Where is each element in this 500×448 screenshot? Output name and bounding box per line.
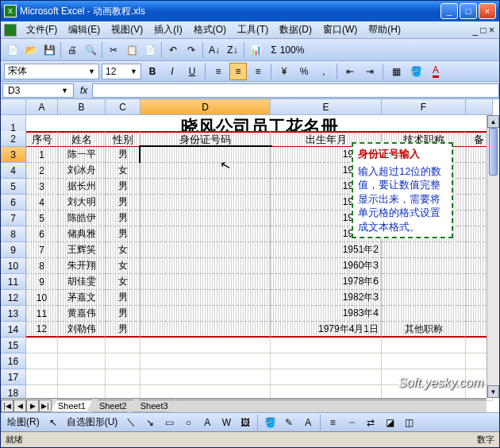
- maximize-button[interactable]: □: [460, 3, 477, 19]
- cell-name[interactable]: 刘勒伟: [58, 322, 106, 338]
- empty-cell[interactable]: [58, 353, 106, 369]
- cell-id[interactable]: [140, 242, 271, 258]
- menu-tools[interactable]: 工具(T): [233, 21, 273, 38]
- empty-cell[interactable]: [140, 338, 271, 353]
- minimize-button[interactable]: _: [440, 3, 458, 19]
- col-header-F[interactable]: F: [382, 99, 466, 115]
- fill-button[interactable]: 🪣: [261, 414, 279, 431]
- rectangle-button[interactable]: ▭: [160, 414, 178, 431]
- cell-name[interactable]: 朱开翔: [58, 258, 106, 274]
- cell-sex[interactable]: 男: [106, 179, 140, 195]
- hdr-sex[interactable]: 性别: [106, 131, 140, 147]
- cell-sex[interactable]: 男: [106, 306, 140, 322]
- row-header[interactable]: 13: [1, 306, 26, 322]
- cell-no[interactable]: 10: [26, 290, 58, 306]
- arrow-button[interactable]: ↘: [141, 414, 159, 431]
- cell-name[interactable]: 王辉笑: [58, 242, 106, 258]
- hdr-id[interactable]: 身份证号码: [140, 131, 271, 147]
- scroll-up-button[interactable]: ▲: [487, 115, 499, 128]
- arrow-style-button[interactable]: ⇄: [362, 414, 379, 431]
- empty-cell[interactable]: [382, 353, 466, 369]
- dash-style-button[interactable]: ┈: [343, 414, 360, 431]
- cell-title[interactable]: [382, 242, 466, 258]
- autoshapes-menu[interactable]: 自选图形(U): [63, 414, 121, 431]
- empty-cell[interactable]: [26, 369, 58, 385]
- sheet-tab-2[interactable]: Sheet2: [92, 400, 134, 412]
- col-header-more[interactable]: [466, 99, 493, 115]
- font-color-button[interactable]: A: [427, 63, 444, 80]
- cell-dob[interactable]: 1983年4: [271, 306, 382, 322]
- cell-dob[interactable]: 1978年6: [271, 274, 382, 290]
- open-button[interactable]: 📂: [22, 41, 40, 59]
- empty-cell[interactable]: [26, 338, 58, 353]
- paste-button[interactable]: 📄: [141, 41, 159, 59]
- save-button[interactable]: 💾: [40, 41, 58, 59]
- menu-close-doc[interactable]: _ □ ×: [471, 25, 496, 36]
- cell-sex[interactable]: 男: [106, 322, 140, 338]
- cell-dob[interactable]: 1979年4月1日: [271, 322, 382, 338]
- row-header[interactable]: 16: [1, 353, 26, 369]
- empty-cell[interactable]: [58, 338, 106, 353]
- menu-view[interactable]: 视图(V): [106, 21, 148, 38]
- row-header[interactable]: 5: [1, 179, 26, 195]
- cell-sex[interactable]: 女: [106, 163, 140, 179]
- row-header[interactable]: 7: [1, 210, 26, 226]
- empty-cell[interactable]: [106, 338, 140, 353]
- font-color-button-2[interactable]: A: [299, 414, 317, 431]
- cell-no[interactable]: 4: [26, 195, 58, 210]
- cell-dob[interactable]: 1960年3: [271, 258, 382, 274]
- tab-nav-last[interactable]: ▶|: [39, 400, 52, 412]
- sort-desc-button[interactable]: Z↓: [224, 41, 241, 59]
- preview-button[interactable]: 🔍: [82, 41, 99, 59]
- cell-id[interactable]: [140, 226, 271, 242]
- col-header-B[interactable]: B: [58, 99, 106, 115]
- hdr-name[interactable]: 姓名: [58, 131, 106, 147]
- indent-inc-button[interactable]: ⇥: [361, 63, 379, 80]
- cell-no[interactable]: 6: [26, 226, 58, 242]
- empty-cell[interactable]: [271, 338, 382, 353]
- cell-sex[interactable]: 男: [106, 147, 140, 163]
- underline-button[interactable]: U: [183, 63, 201, 80]
- row-header[interactable]: 4: [1, 163, 26, 179]
- empty-cell[interactable]: [140, 353, 271, 369]
- currency-button[interactable]: ¥: [275, 63, 293, 80]
- row-header[interactable]: 2: [1, 131, 26, 147]
- empty-cell[interactable]: [382, 338, 466, 353]
- comma-button[interactable]: ,: [315, 63, 333, 80]
- bold-button[interactable]: B: [144, 63, 161, 80]
- line-button[interactable]: ＼: [122, 414, 140, 431]
- font-size-combo[interactable]: 12 ▼: [102, 64, 141, 79]
- cell-id[interactable]: [140, 163, 271, 179]
- menu-insert[interactable]: 插入(I): [149, 21, 187, 38]
- cell-no[interactable]: 1: [26, 147, 58, 163]
- menu-format[interactable]: 格式(O): [189, 21, 231, 38]
- zoom-button[interactable]: 100%: [283, 41, 301, 59]
- fill-color-button[interactable]: 🪣: [407, 63, 425, 80]
- cell-sex[interactable]: 男: [106, 290, 140, 306]
- cell-no[interactable]: 8: [26, 258, 58, 274]
- row-header[interactable]: 10: [1, 258, 26, 274]
- menu-edit[interactable]: 编辑(E): [63, 21, 105, 38]
- cell-id[interactable]: [140, 179, 271, 195]
- shadow-button[interactable]: ◪: [381, 414, 398, 431]
- indent-dec-button[interactable]: ⇤: [341, 63, 359, 80]
- chart-button[interactable]: 📊: [247, 41, 264, 59]
- cell-title[interactable]: [382, 274, 466, 290]
- cell-name[interactable]: 刘大明: [58, 195, 106, 210]
- cell-no[interactable]: 7: [26, 242, 58, 258]
- hscroll[interactable]: [175, 400, 487, 412]
- percent-button[interactable]: %: [295, 63, 313, 80]
- row-header[interactable]: 6: [1, 195, 26, 210]
- sheet-tab-3[interactable]: Sheet3: [133, 400, 175, 412]
- line-color-button[interactable]: ✎: [280, 414, 298, 431]
- cell-title[interactable]: [382, 258, 466, 274]
- cell-name[interactable]: 储典雅: [58, 226, 106, 242]
- cell-name[interactable]: 陈一平: [58, 147, 106, 163]
- cell-id[interactable]: [140, 210, 271, 226]
- cell-id[interactable]: [140, 322, 271, 338]
- cell-sex[interactable]: 男: [106, 226, 140, 242]
- cell-no[interactable]: 9: [26, 274, 58, 290]
- draw-menu[interactable]: 绘图(R): [4, 414, 43, 431]
- cell-no[interactable]: 12: [26, 322, 58, 338]
- close-button[interactable]: ×: [479, 3, 496, 19]
